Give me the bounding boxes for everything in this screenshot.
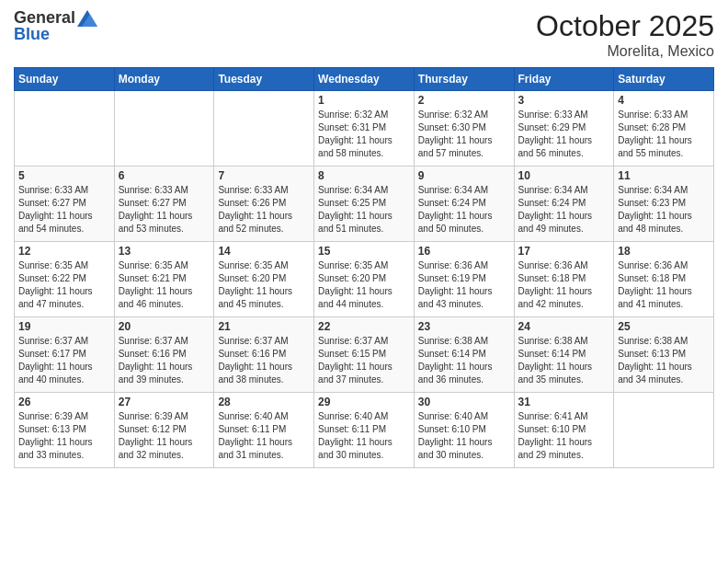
day-info-line: Daylight: 11 hours	[618, 361, 710, 373]
day-info-line: Daylight: 11 hours	[218, 285, 310, 298]
day-info-line: Sunset: 6:11 PM	[318, 423, 410, 436]
calendar-day-cell: 22Sunrise: 6:37 AMSunset: 6:15 PMDayligh…	[314, 317, 415, 393]
calendar-day-header: Thursday	[414, 68, 514, 91]
day-number: 24	[518, 320, 610, 333]
day-info-line: Sunset: 6:24 PM	[418, 197, 510, 210]
day-info-line: Daylight: 11 hours	[618, 285, 710, 298]
calendar-header-row: SundayMondayTuesdayWednesdayThursdayFrid…	[15, 68, 714, 91]
day-number: 4	[618, 94, 710, 107]
day-info-line: Sunset: 6:13 PM	[618, 348, 710, 361]
calendar-day-cell: 10Sunrise: 6:34 AMSunset: 6:24 PMDayligh…	[514, 167, 614, 242]
day-info-line: and 41 minutes.	[618, 298, 710, 311]
day-info-line: Sunrise: 6:33 AM	[218, 184, 310, 197]
day-number: 27	[119, 396, 210, 408]
day-info-line: Daylight: 11 hours	[318, 210, 410, 223]
day-info-line: Daylight: 11 hours	[218, 436, 310, 449]
day-info-line: Daylight: 11 hours	[218, 361, 310, 373]
day-info-line: and 43 minutes.	[418, 298, 510, 311]
day-number: 31	[518, 396, 610, 408]
day-number: 9	[418, 169, 510, 182]
day-number: 7	[218, 169, 310, 182]
calendar-day-cell	[214, 91, 314, 167]
calendar-week-row: 12Sunrise: 6:35 AMSunset: 6:22 PMDayligh…	[15, 242, 714, 317]
day-info-line: Sunset: 6:10 PM	[518, 423, 610, 436]
day-info-line: Daylight: 11 hours	[418, 210, 510, 223]
day-info-line: Sunrise: 6:38 AM	[518, 335, 610, 348]
day-info-line: and 32 minutes.	[119, 449, 210, 462]
day-info-line: Sunrise: 6:39 AM	[18, 410, 110, 423]
day-info-line: Daylight: 11 hours	[518, 210, 610, 223]
calendar-day-cell: 3Sunrise: 6:33 AMSunset: 6:29 PMDaylight…	[514, 91, 614, 167]
day-info-line: and 29 minutes.	[518, 449, 610, 462]
day-info-line: Sunset: 6:15 PM	[318, 348, 410, 361]
day-number: 15	[318, 245, 410, 258]
day-info-line: and 52 minutes.	[218, 223, 310, 236]
day-info-line: Sunrise: 6:34 AM	[318, 184, 410, 197]
day-info-line: and 39 minutes.	[119, 373, 210, 386]
day-info-line: Sunrise: 6:37 AM	[119, 335, 210, 348]
day-info-line: and 33 minutes.	[18, 449, 110, 462]
day-info-line: Sunrise: 6:37 AM	[318, 335, 410, 348]
calendar-day-cell: 31Sunrise: 6:41 AMSunset: 6:10 PMDayligh…	[514, 393, 614, 468]
calendar-day-header: Monday	[114, 68, 214, 91]
day-info-line: Sunrise: 6:32 AM	[418, 109, 510, 121]
day-info-line: Sunset: 6:18 PM	[518, 272, 610, 285]
calendar-day-header: Sunday	[15, 68, 115, 91]
day-info-line: and 51 minutes.	[318, 223, 410, 236]
day-info-line: Sunrise: 6:35 AM	[119, 259, 210, 272]
day-info-line: Sunrise: 6:35 AM	[18, 259, 110, 272]
day-info-line: Sunrise: 6:40 AM	[218, 410, 310, 423]
calendar-day-cell: 12Sunrise: 6:35 AMSunset: 6:22 PMDayligh…	[15, 242, 115, 317]
calendar-day-header: Wednesday	[314, 68, 415, 91]
day-info-line: Daylight: 11 hours	[518, 134, 610, 147]
calendar-day-header: Saturday	[614, 68, 714, 91]
day-info-line: Daylight: 11 hours	[119, 436, 210, 449]
day-number: 19	[18, 320, 110, 333]
calendar-week-row: 26Sunrise: 6:39 AMSunset: 6:13 PMDayligh…	[15, 393, 714, 468]
day-info-line: Sunset: 6:27 PM	[119, 197, 210, 210]
day-info-line: and 49 minutes.	[518, 223, 610, 236]
day-info-line: and 34 minutes.	[618, 373, 710, 386]
day-info-line: Daylight: 11 hours	[418, 361, 510, 373]
day-info-line: and 36 minutes.	[418, 373, 510, 386]
day-info-line: Daylight: 11 hours	[418, 134, 510, 147]
calendar-day-cell: 8Sunrise: 6:34 AMSunset: 6:25 PMDaylight…	[314, 167, 415, 242]
day-info-line: Daylight: 11 hours	[618, 210, 710, 223]
day-info-line: Sunrise: 6:35 AM	[318, 259, 410, 272]
calendar-day-cell	[114, 91, 214, 167]
calendar-week-row: 19Sunrise: 6:37 AMSunset: 6:17 PMDayligh…	[15, 317, 714, 393]
day-info-line: Sunset: 6:27 PM	[18, 197, 110, 210]
calendar-day-cell	[15, 91, 115, 167]
day-info-line: and 55 minutes.	[618, 147, 710, 160]
day-info-line: and 30 minutes.	[418, 449, 510, 462]
day-info-line: Sunset: 6:26 PM	[218, 197, 310, 210]
calendar-day-cell: 13Sunrise: 6:35 AMSunset: 6:21 PMDayligh…	[114, 242, 214, 317]
day-info-line: Sunset: 6:11 PM	[218, 423, 310, 436]
day-info-line: and 46 minutes.	[119, 298, 210, 311]
day-number: 18	[618, 245, 710, 258]
day-info-line: Sunset: 6:30 PM	[418, 121, 510, 134]
calendar-day-cell: 1Sunrise: 6:32 AMSunset: 6:31 PMDaylight…	[314, 91, 415, 167]
calendar-day-cell: 9Sunrise: 6:34 AMSunset: 6:24 PMDaylight…	[414, 167, 514, 242]
day-info-line: Sunset: 6:21 PM	[119, 272, 210, 285]
day-info-line: Sunrise: 6:38 AM	[618, 335, 710, 348]
day-info-line: Sunrise: 6:33 AM	[119, 184, 210, 197]
calendar-day-cell: 14Sunrise: 6:35 AMSunset: 6:20 PMDayligh…	[214, 242, 314, 317]
day-info-line: and 37 minutes.	[318, 373, 410, 386]
day-info-line: Sunrise: 6:33 AM	[518, 109, 610, 121]
day-number: 1	[318, 94, 410, 107]
calendar-day-cell: 27Sunrise: 6:39 AMSunset: 6:12 PMDayligh…	[114, 393, 214, 468]
day-info-line: Sunrise: 6:36 AM	[518, 259, 610, 272]
day-info-line: Sunset: 6:28 PM	[618, 121, 710, 134]
day-info-line: Sunrise: 6:41 AM	[518, 410, 610, 423]
calendar-day-cell: 4Sunrise: 6:33 AMSunset: 6:28 PMDaylight…	[614, 91, 714, 167]
day-info-line: Sunset: 6:18 PM	[618, 272, 710, 285]
calendar-day-cell: 6Sunrise: 6:33 AMSunset: 6:27 PMDaylight…	[114, 167, 214, 242]
logo-blue-text: Blue	[14, 26, 97, 44]
calendar-day-cell: 25Sunrise: 6:38 AMSunset: 6:13 PMDayligh…	[614, 317, 714, 393]
day-info-line: Daylight: 11 hours	[318, 436, 410, 449]
day-info-line: and 45 minutes.	[218, 298, 310, 311]
logo: General Blue	[14, 9, 97, 44]
day-info-line: Sunset: 6:20 PM	[218, 272, 310, 285]
day-info-line: and 40 minutes.	[18, 373, 110, 386]
